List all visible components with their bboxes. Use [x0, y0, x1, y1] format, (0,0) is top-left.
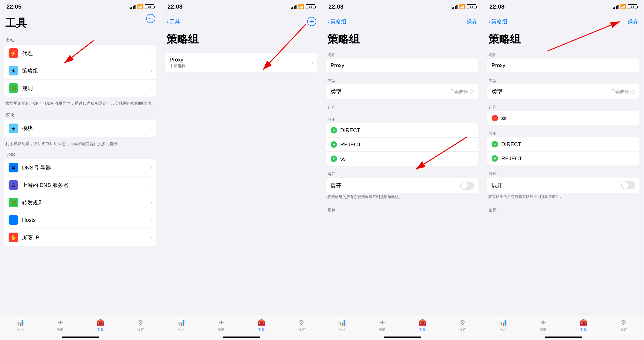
save-button-3[interactable]: 保存	[467, 18, 477, 25]
back-button-3[interactable]: ‹ 策略组	[327, 18, 346, 25]
tab-label-analysis-4: 分析	[500, 327, 507, 332]
expand-label-3: 展开	[322, 170, 483, 178]
wifi-icon-1: 📶	[137, 4, 143, 10]
scroll-2: Proxy 手动选择 ›	[161, 51, 322, 316]
tab-strategy-1[interactable]: ✈ 策略	[40, 319, 80, 332]
tab-icon-strategy-4: ✈	[541, 319, 546, 326]
tab-tools-1[interactable]: 🧰 工具	[80, 319, 121, 332]
plus-icon-direct-3: +	[331, 127, 337, 133]
home-indicator-2	[223, 337, 260, 338]
tab-settings-4[interactable]: ⚙ 设置	[603, 319, 644, 332]
plus-icon-reject-3: +	[331, 141, 337, 148]
available-item-direct-4[interactable]: + DIRECT	[487, 137, 639, 151]
tab-label-settings-3: 设置	[459, 327, 466, 332]
available-group-3: + DIRECT + REJECT + ss	[326, 123, 478, 166]
tab-label-settings-4: 设置	[620, 327, 627, 332]
tab-settings-icon-2: ⚙	[299, 319, 305, 326]
tab-tools-2[interactable]: 🧰 工具	[241, 319, 282, 332]
tab-tools-3[interactable]: 🧰 工具	[402, 319, 443, 332]
section-enabled-4: 开启 − ss	[483, 103, 644, 125]
chevron-module: ›	[151, 125, 152, 131]
block-ip-label: 屏蔽 IP	[22, 234, 151, 241]
list-item-hosts[interactable]: ≡ Hosts ›	[4, 211, 156, 229]
available-item-direct-3[interactable]: + DIRECT	[326, 123, 478, 138]
chevron-strategy: ›	[151, 68, 152, 74]
chevron-block-ip: ›	[151, 235, 152, 240]
tab-analysis-2[interactable]: 📊 分析	[161, 319, 201, 332]
type-label-4: 类型	[483, 77, 644, 84]
plus-icon-reject-4: +	[492, 155, 498, 162]
tab-settings-1[interactable]: ⚙ 设置	[120, 319, 161, 332]
signal-icon-2	[291, 5, 297, 9]
tab-strategy-3[interactable]: ✈ 策略	[362, 319, 402, 332]
signal-icon-4	[613, 5, 619, 9]
type-row-4[interactable]: 类型 手动选择 ◇	[487, 84, 639, 99]
back-label-4: 策略组	[491, 18, 507, 25]
enabled-item-ss-4[interactable]: − ss	[487, 111, 639, 125]
proxy-icon: ⚡	[9, 48, 18, 58]
chevron-hosts: ›	[151, 217, 152, 223]
enabled-group-4: − ss	[487, 111, 639, 125]
proxy-list-item[interactable]: Proxy 手动选择 ›	[165, 53, 317, 72]
list-item-proxy[interactable]: ⚡ 代理 ›	[4, 45, 156, 62]
tab-analysis-4[interactable]: 📊 分析	[483, 319, 523, 332]
tab-settings-icon-1: ⚙	[138, 319, 144, 326]
name-value-4: Proxy	[492, 62, 505, 68]
outbound-desc: 根据规则优化 TCP 与 UDP 流量导向，通过代理服务器进一步实现网络控制的优…	[0, 99, 161, 110]
tab-strategy-2[interactable]: ✈ 策略	[201, 319, 241, 332]
list-item-block-ip[interactable]: ✋ 屏蔽 IP ›	[4, 229, 156, 246]
tab-settings-3[interactable]: ⚙ 设置	[442, 319, 483, 332]
list-item-dns-guide[interactable]: ≡ DNS 引导器 ›	[4, 159, 156, 176]
section-type-3: 类型 类型 手动选择 ◇	[322, 77, 483, 99]
tab-settings-2[interactable]: ⚙ 设置	[281, 319, 322, 332]
available-item-reject-4[interactable]: + REJECT	[487, 151, 639, 165]
save-button-4[interactable]: 保存	[628, 18, 638, 25]
proxy-label: 代理	[22, 50, 151, 57]
name-input-4[interactable]: Proxy	[487, 59, 639, 72]
available-item-reject-3[interactable]: + REJECT	[326, 138, 478, 152]
name-input-3[interactable]: Proxy	[326, 59, 478, 72]
tab-strategy-4[interactable]: ✈ 策略	[523, 319, 564, 332]
back-button-4[interactable]: ‹ 策略组	[488, 18, 507, 25]
add-button-2[interactable]: +	[307, 17, 316, 26]
status-icons-2: 📶 64	[291, 4, 315, 10]
list-item-forward-rules[interactable]: 🌿 转发规则 ›	[4, 194, 156, 211]
expand-toggle-row-3: 展开	[326, 178, 478, 193]
section-enabled-3: 开启	[322, 103, 483, 111]
wifi-icon-2: 📶	[298, 4, 304, 10]
available-text-direct-3: DIRECT	[340, 127, 360, 133]
expand-toggle-3[interactable]	[460, 182, 474, 190]
tab-tools-4[interactable]: 🧰 工具	[564, 319, 604, 332]
list-item-module[interactable]: ⊞ 模块 ›	[4, 120, 156, 137]
status-bar-3: 22:08 📶 64	[322, 0, 483, 13]
expand-toggle-4[interactable]	[621, 181, 635, 189]
status-icons-3: 📶 64	[452, 4, 476, 10]
section-name-4: 名称 Proxy	[483, 51, 644, 72]
tab-icon-strategy-3: ✈	[380, 319, 385, 326]
tab-label-strategy-4: 策略	[540, 327, 547, 332]
enabled-label-3: 开启	[322, 103, 483, 111]
expand-desc-3: 将策略组的所有嵌套策略展平到顶层策略组。	[322, 193, 483, 202]
panel-strategy-list: 22:08 📶 64 ‹ 工具 + 策略组 Proxy 手动选择	[161, 0, 322, 340]
available-item-ss-3[interactable]: + ss	[326, 152, 478, 166]
module-desc: 利用模块配置，灵活控制启用状态，为你的配置提供更多可能性。	[0, 139, 161, 150]
list-item-upstream-dns[interactable]: ⊙ 上游的 DNS 服务器 ›	[4, 176, 156, 194]
expand-desc-4: 将策略组的所有嵌套策略展平到顶层策略组。	[483, 193, 644, 202]
available-text-reject-3: REJECT	[340, 142, 361, 148]
tab-analysis-1[interactable]: 📊 分析	[0, 319, 40, 332]
proxy-item-inner[interactable]: Proxy 手动选择 ›	[165, 53, 317, 72]
page-title-1: 工具	[0, 13, 161, 35]
more-button[interactable]: ···	[146, 14, 155, 23]
rules-icon: 🌿	[9, 83, 18, 93]
tab-analysis-3[interactable]: 📊 分析	[322, 319, 362, 332]
scroll-3: 名称 Proxy 类型 类型 手动选择 ◇ 开启 可用 + DIRECT	[322, 51, 483, 316]
dns-guide-icon: ≡	[9, 163, 18, 172]
list-item-rules[interactable]: 🌿 规则 ›	[4, 79, 156, 97]
back-button-2[interactable]: ‹ 工具	[166, 18, 180, 25]
block-ip-icon: ✋	[9, 233, 18, 242]
type-row-3[interactable]: 类型 手动选择 ◇	[326, 84, 478, 99]
upstream-dns-label: 上游的 DNS 服务器	[22, 182, 151, 189]
type-field-label-3: 类型	[331, 88, 341, 95]
plus-icon-ss-3: +	[331, 155, 337, 162]
list-item-strategy[interactable]: ◈ 策略组 ›	[4, 62, 156, 79]
